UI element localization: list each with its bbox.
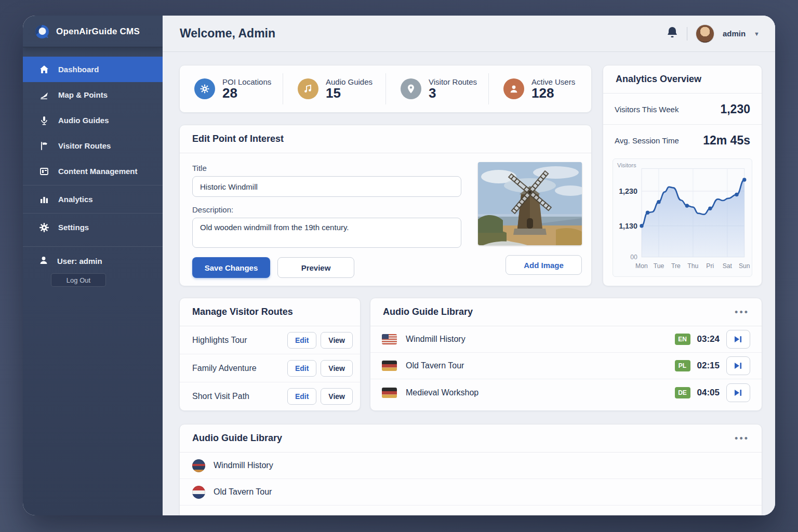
sidebar-item-analytics[interactable]: Analytics (23, 187, 163, 212)
stat-value: 3 (429, 86, 477, 100)
route-row: Highlights Tour Edit View (180, 326, 360, 354)
audio-library-panel: Audio Guide Library ••• Windmill History… (370, 298, 762, 411)
metric-label: Avg. Session Time (615, 136, 679, 145)
route-name: Family Adventure (192, 364, 257, 373)
svg-text:Visitors: Visitors (617, 162, 636, 168)
visitor-routes-panel: Manage Visitor Routes Highlights Tour Ed… (179, 298, 361, 411)
edit-button[interactable]: Edit (287, 360, 316, 377)
avatar[interactable] (696, 24, 714, 43)
duration: 02:15 (697, 361, 720, 371)
sidebar-item-audio-guides[interactable]: Audio Guides (23, 108, 163, 133)
language-badge: EN (675, 334, 690, 345)
stat-value: 28 (222, 86, 271, 100)
edit-poi-panel: Edit Point of Interest Title Description… (179, 125, 592, 286)
edit-button[interactable]: Edit (287, 332, 316, 349)
metric-session-time: Avg. Session Time 12m 45s (603, 124, 762, 155)
view-button[interactable]: View (321, 360, 353, 377)
sidebar-item-label: Visitor Routes (58, 141, 111, 150)
sidebar-item-label: Audio Guides (58, 116, 109, 125)
panel-title: Edit Point of Interest (192, 134, 284, 144)
sidebar-item-visitor-routes[interactable]: Visitor Routes (23, 133, 163, 158)
sidebar-item-label: Map & Points (58, 90, 108, 99)
nl-round-flag-icon (192, 486, 205, 499)
audio-guide-name: Old Tavern Tour (214, 487, 272, 497)
description-field-label: Description: (192, 205, 461, 214)
sidebar-item-label: Settings (58, 223, 89, 232)
user-row: User: admin (38, 255, 163, 267)
play-button[interactable] (726, 330, 750, 349)
bar-chart-icon (38, 194, 50, 205)
microphone-icon (38, 115, 50, 126)
top-bar: Welcome, Admin admin ▼ (163, 16, 775, 52)
svg-text:Mon: Mon (635, 262, 648, 269)
stat-poi-locations: POI Locations 28 (180, 73, 283, 104)
stat-value: 128 (531, 86, 575, 100)
sidebar-item-label: Analytics (58, 195, 93, 204)
panel-title: Audio Guide Library (192, 433, 282, 444)
map-icon (38, 89, 50, 101)
sidebar-nav: Dashboard Map & Points Audio Guides Visi… (23, 57, 163, 240)
content: POI Locations 28 Audio Guides 15 (163, 52, 775, 515)
audio-library-bottom-panel: Audio Guide Library ••• Windmill History… (179, 424, 762, 515)
nav-separator (23, 213, 163, 214)
account-menu-label[interactable]: admin (723, 29, 746, 38)
view-button[interactable]: View (321, 332, 353, 349)
ellipsis-menu-icon[interactable]: ••• (735, 310, 749, 315)
preview-button[interactable]: Preview (277, 257, 354, 278)
sidebar-item-content-management[interactable]: Content Management (23, 158, 163, 184)
divider (687, 27, 687, 41)
windmill-photo (478, 162, 582, 245)
visitors-chart: Visitors1,2301,13000MonTueTreThuPriSatSu… (613, 158, 752, 277)
svg-text:Pri: Pri (706, 262, 714, 269)
description-textarea[interactable]: Old wooden windmill from the 19th centur… (192, 218, 461, 248)
route-row: Family Adventure Edit View (180, 354, 360, 382)
user-label: User: admin (57, 257, 102, 265)
svg-text:00: 00 (630, 254, 637, 261)
stat-active-users: Active Users 128 (488, 73, 591, 104)
play-button[interactable] (726, 383, 750, 402)
windmill-roundel-icon (192, 459, 205, 472)
notification-bell-icon[interactable] (666, 26, 679, 42)
route-name: Short Visit Path (192, 392, 249, 401)
sidebar-item-settings[interactable]: Settings (23, 215, 163, 240)
content-icon (38, 166, 50, 177)
logout-button[interactable]: Log Out (51, 273, 106, 287)
map-pin-icon (401, 78, 421, 99)
audio-guide-name: Medieval Workshop (406, 388, 478, 397)
audio-guide-name: Windmill History (406, 335, 466, 344)
stat-audio-guides: Audio Guides 15 (283, 73, 385, 104)
route-row: Short Visit Path Edit View (180, 382, 360, 410)
user-icon (503, 78, 524, 99)
metric-label: Visitors This Week (615, 105, 679, 114)
route-name: Highlights Tour (192, 336, 247, 345)
title-input[interactable] (192, 176, 461, 197)
chevron-down-icon[interactable]: ▼ (754, 31, 760, 37)
svg-text:Tue: Tue (654, 262, 664, 269)
edit-button[interactable]: Edit (287, 388, 316, 405)
sidebar-item-map-points[interactable]: Map & Points (23, 82, 163, 108)
svg-text:Sun: Sun (739, 262, 750, 269)
title-field-label: Title (192, 164, 461, 172)
brand: OpenAirGuide CMS (23, 16, 163, 47)
audio-guide-row: Old Tavern Tour PL 02:15 (370, 353, 762, 379)
save-changes-button[interactable]: Save Changes (192, 257, 270, 278)
metric-value: 12m 45s (703, 134, 750, 148)
sidebar-item-label: Content Management (58, 167, 138, 176)
svg-text:1,130: 1,130 (619, 222, 637, 230)
metric-value: 1,230 (720, 102, 750, 116)
user-icon (38, 255, 49, 267)
view-button[interactable]: View (321, 388, 353, 405)
audio-guide-row: Windmill History EN 03:24 (370, 326, 762, 353)
nav-separator (23, 185, 163, 185)
ellipsis-menu-icon[interactable]: ••• (735, 436, 749, 441)
add-image-button[interactable]: Add Image (506, 255, 582, 275)
main-area: Welcome, Admin admin ▼ (163, 16, 775, 515)
stat-visitor-routes: Visitor Routes 3 (385, 73, 488, 104)
sidebar-item-dashboard[interactable]: Dashboard (23, 57, 163, 82)
audio-guide-row (180, 506, 762, 515)
flag-route-icon (38, 140, 50, 152)
play-button[interactable] (726, 356, 750, 375)
duration: 04:05 (697, 388, 720, 398)
audio-guide-row: Old Tavern Tour (180, 479, 762, 506)
gear-icon (38, 222, 50, 233)
